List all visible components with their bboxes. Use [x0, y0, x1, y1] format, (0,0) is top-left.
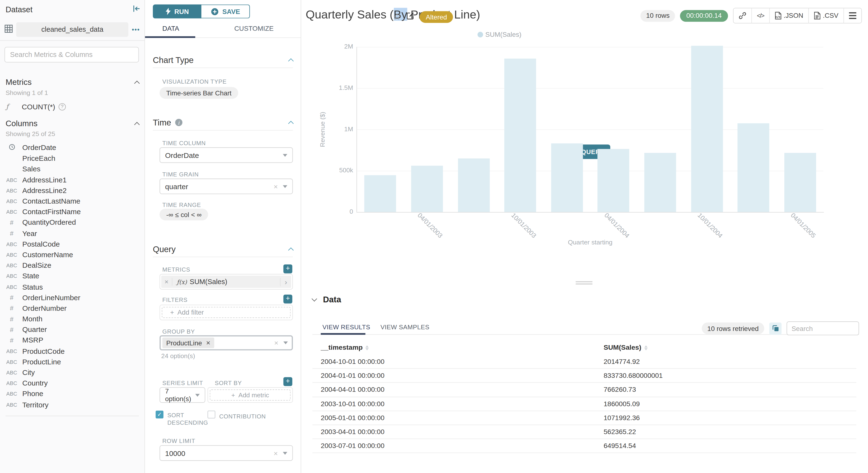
- sort-descending-checkbox[interactable]: ✓: [156, 411, 163, 418]
- chevron-up-icon[interactable]: [288, 248, 294, 253]
- clear-icon[interactable]: ×: [274, 449, 278, 458]
- copy-data-button[interactable]: [769, 322, 781, 335]
- star-icon[interactable]: ☆: [393, 12, 401, 21]
- column-item-Phone[interactable]: ABCPhone: [0, 388, 145, 399]
- metric-chip[interactable]: × ƒ(x) SUM(Sales) ›: [161, 276, 291, 288]
- tab-data[interactable]: DATA: [162, 25, 179, 32]
- bar-2003-07-01[interactable]: [458, 158, 490, 212]
- column-item-AddressLine2[interactable]: ABCAddressLine2: [0, 185, 145, 196]
- chevron-up-icon[interactable]: [288, 58, 294, 64]
- query-section-header[interactable]: Query: [153, 245, 293, 254]
- add-sort-metric-plus-button[interactable]: +: [283, 377, 292, 386]
- column-item-CustomerName[interactable]: ABCCustomerName: [0, 249, 145, 260]
- column-item-AddressLine1[interactable]: ABCAddressLine1: [0, 175, 145, 185]
- time-range-value[interactable]: -∞ ≤ col < ∞: [160, 209, 208, 220]
- bar-2004-04-01[interactable]: [598, 149, 629, 212]
- bar-2003-01-01[interactable]: [365, 175, 396, 212]
- column-item-City[interactable]: ABCCity: [0, 367, 145, 378]
- group-by-select[interactable]: ProductLine ✕ ×: [160, 335, 293, 350]
- table-row: 2003-04-01 00:00:00562365.22: [312, 425, 856, 439]
- column-item-State[interactable]: ABCState: [0, 271, 145, 281]
- bar-2004-01-01[interactable]: [551, 143, 583, 212]
- edit-title-icon[interactable]: [406, 12, 415, 22]
- clear-icon[interactable]: ×: [274, 339, 279, 347]
- chevron-up-icon[interactable]: [134, 122, 140, 127]
- copy-link-button[interactable]: [734, 8, 752, 23]
- contribution-checkbox[interactable]: [208, 411, 215, 418]
- time-column-select[interactable]: OrderDate: [160, 147, 293, 163]
- column-item-OrderNumber[interactable]: #OrderNumber: [0, 303, 145, 314]
- add-sort-metric-button[interactable]: + Add metric: [210, 389, 291, 401]
- time-section-header[interactable]: Time i: [153, 118, 293, 127]
- add-filter-button[interactable]: + Add filter: [162, 307, 290, 318]
- run-button[interactable]: RUN: [153, 5, 202, 19]
- data-search-input[interactable]: [786, 321, 859, 335]
- bar-2005-01-01[interactable]: [738, 124, 769, 212]
- column-item-ProductLine[interactable]: ABCProductLine: [0, 356, 145, 367]
- column-label: PostalCode: [22, 240, 60, 248]
- column-item-DealSize[interactable]: ABCDealSize: [0, 260, 145, 271]
- remove-chip-icon[interactable]: ✕: [206, 340, 211, 346]
- dataset-more-icon[interactable]: •••: [132, 26, 140, 33]
- column-item-QuantityOrdered[interactable]: #QuantityOrdered: [0, 217, 145, 228]
- column-item-PriceEach[interactable]: PriceEach: [0, 153, 145, 164]
- panel-resize-handle[interactable]: [576, 281, 593, 286]
- chevron-down-icon: [283, 185, 287, 188]
- timestamp-column-header[interactable]: __timestamp: [312, 344, 604, 351]
- chevron-up-icon[interactable]: [288, 121, 294, 126]
- export-csv-button[interactable]: .CSV: [809, 8, 844, 23]
- embed-code-button[interactable]: </>: [752, 8, 770, 23]
- export-json-button[interactable]: .JSON: [770, 8, 809, 23]
- add-filter-plus-button[interactable]: +: [283, 295, 292, 304]
- column-item-Territory[interactable]: ABCTerritory: [0, 399, 145, 410]
- column-item-MSRP[interactable]: #MSRP: [0, 335, 145, 346]
- chevron-right-icon[interactable]: ›: [280, 278, 291, 286]
- sort-descending-label: SORT DESCENDING: [167, 412, 212, 426]
- chevron-up-icon[interactable]: [134, 80, 140, 86]
- menu-button[interactable]: [844, 8, 861, 23]
- table-header-row: __timestamp SUM(Sales): [312, 340, 856, 355]
- bar-2003-10-01[interactable]: [504, 58, 536, 212]
- sum-sales-column-header[interactable]: SUM(Sales): [604, 344, 857, 351]
- add-metric-plus-button[interactable]: +: [283, 264, 292, 273]
- time-grain-select[interactable]: quarter ×: [160, 179, 293, 194]
- remove-metric-icon[interactable]: ×: [161, 278, 172, 286]
- column-item-ProductCode[interactable]: ABCProductCode: [0, 346, 145, 356]
- column-item-Quarter[interactable]: #Quarter: [0, 324, 145, 335]
- clear-icon[interactable]: ×: [274, 182, 278, 191]
- tab-view-results[interactable]: VIEW RESULTS: [322, 323, 370, 330]
- column-item-Status[interactable]: ABCStatus: [0, 281, 145, 292]
- column-item-PostalCode[interactable]: ABCPostalCode: [0, 239, 145, 250]
- bar-2005-04-01[interactable]: [784, 153, 816, 212]
- column-item-Year[interactable]: #Year: [0, 228, 145, 239]
- text-type-icon: ABC: [5, 380, 19, 386]
- data-section-header[interactable]: Data: [312, 295, 341, 304]
- metric-item[interactable]: ƒ COUNT(*) ?: [0, 101, 145, 112]
- tab-view-samples[interactable]: VIEW SAMPLES: [380, 323, 429, 330]
- dataset-row: cleaned_sales_data •••: [5, 22, 140, 37]
- visualization-type-value[interactable]: Time-series Bar Chart: [160, 87, 238, 99]
- series-limit-select[interactable]: 7 option(s): [160, 387, 205, 403]
- group-by-options-hint: 24 option(s): [161, 353, 195, 359]
- collapse-panel-icon[interactable]: [133, 5, 140, 15]
- column-item-Country[interactable]: ABCCountry: [0, 378, 145, 389]
- group-by-chip[interactable]: ProductLine ✕: [162, 338, 215, 348]
- altered-badge[interactable]: Altered: [420, 11, 453, 23]
- column-item-ContactLastName[interactable]: ABCContactLastName: [0, 196, 145, 207]
- column-item-Sales[interactable]: Sales: [0, 164, 145, 175]
- chart-type-section-header[interactable]: Chart Type: [153, 55, 293, 65]
- search-metrics-columns-input[interactable]: [5, 47, 139, 62]
- save-button[interactable]: SAVE: [202, 5, 250, 19]
- help-icon[interactable]: ?: [59, 103, 66, 110]
- tab-customize[interactable]: CUSTOMIZE: [234, 25, 274, 32]
- bar-2004-07-01[interactable]: [644, 153, 676, 212]
- column-item-ContactFirstName[interactable]: ABCContactFirstName: [0, 207, 145, 217]
- row-limit-select[interactable]: 10000 ×: [160, 445, 293, 461]
- bar-2003-04-01[interactable]: [411, 166, 443, 212]
- dataset-name[interactable]: cleaned_sales_data: [16, 22, 129, 37]
- bar-2004-10-01[interactable]: [691, 46, 723, 212]
- chart-legend[interactable]: SUM(Sales): [477, 31, 522, 38]
- column-item-OrderDate[interactable]: OrderDate: [0, 142, 145, 153]
- column-item-OrderLineNumber[interactable]: #OrderLineNumber: [0, 292, 145, 303]
- column-item-Month[interactable]: #Month: [0, 314, 145, 324]
